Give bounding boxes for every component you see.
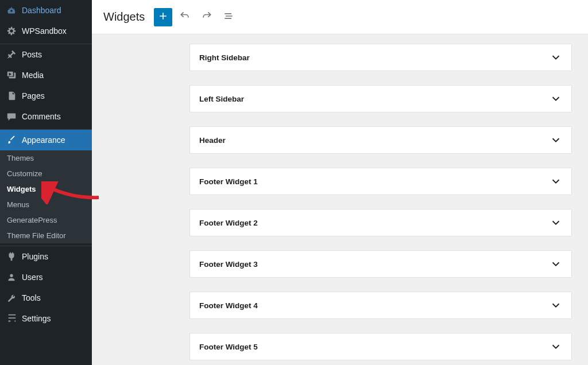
widget-area-title: Footer Widget 2 (199, 219, 258, 227)
sidebar-item-dashboard[interactable]: Dashboard (0, 0, 92, 21)
sidebar-item-label: Appearance (22, 135, 86, 145)
sidebar-item-label: Comments (22, 112, 86, 121)
sidebar-item-pages[interactable]: Pages (0, 86, 92, 106)
pages-icon (6, 90, 17, 102)
widget-area-title: Right Sidebar (199, 53, 250, 62)
settings-icon (6, 313, 17, 324)
submenu-item-menus[interactable]: Menus (0, 197, 92, 212)
widget-area-left-sidebar[interactable]: Left Sidebar (189, 85, 572, 112)
chevron-down-icon (550, 134, 562, 146)
add-block-button[interactable] (154, 8, 172, 26)
widget-area-footer-4[interactable]: Footer Widget 4 (189, 292, 572, 319)
chevron-down-icon (550, 92, 562, 105)
submenu-item-widgets[interactable]: Widgets (0, 181, 92, 197)
widget-area-title: Header (199, 136, 226, 145)
widget-area-title: Footer Widget 4 (199, 301, 258, 310)
chevron-down-icon (550, 216, 562, 229)
content-area: Widgets Right Sidebar (92, 0, 588, 365)
redo-icon (201, 10, 212, 24)
sidebar-item-label: Tools (22, 293, 86, 302)
page-title: Widgets (103, 10, 145, 24)
media-icon (6, 69, 17, 81)
widget-area-title: Left Sidebar (199, 95, 244, 103)
sidebar-item-appearance[interactable]: Appearance (0, 130, 92, 150)
sidebar-item-label: WPSandbox (22, 26, 86, 36)
users-icon (6, 271, 17, 283)
pin-icon (6, 49, 17, 60)
widget-area-right-sidebar[interactable]: Right Sidebar (189, 44, 572, 71)
chevron-down-icon (550, 175, 562, 188)
dashboard-icon (6, 5, 17, 16)
widget-area-footer-3[interactable]: Footer Widget 3 (189, 250, 572, 278)
undo-button[interactable] (176, 8, 194, 26)
sidebar-item-label: Dashboard (22, 6, 86, 15)
submenu-item-customize[interactable]: Customize (0, 166, 92, 181)
gear-icon (6, 25, 17, 37)
widget-areas-list: Right Sidebar Left Sidebar Header Footer… (92, 34, 588, 365)
sidebar-item-label: Users (22, 273, 86, 282)
chevron-down-icon (550, 258, 562, 270)
widget-area-title: Footer Widget 5 (199, 343, 258, 351)
sidebar-item-comments[interactable]: Comments (0, 106, 92, 127)
admin-sidebar: Dashboard WPSandbox Posts Media Pages Co… (0, 0, 92, 365)
chevron-down-icon (550, 51, 562, 64)
sidebar-item-users[interactable]: Users (0, 267, 92, 288)
list-view-icon (223, 10, 234, 24)
brush-icon (6, 134, 17, 146)
sidebar-item-label: Pages (22, 91, 86, 100)
widget-area-title: Footer Widget 3 (199, 260, 258, 269)
sidebar-item-media[interactable]: Media (0, 65, 92, 86)
list-view-button[interactable] (219, 8, 238, 26)
comments-icon (6, 111, 17, 122)
sidebar-item-plugins[interactable]: Plugins (0, 246, 92, 267)
sidebar-item-posts[interactable]: Posts (0, 44, 92, 65)
submenu-item-theme-file-editor[interactable]: Theme File Editor (0, 228, 92, 243)
sidebar-item-wpsandbox[interactable]: WPSandbox (0, 21, 92, 41)
widget-area-footer-5[interactable]: Footer Widget 5 (189, 333, 572, 360)
chevron-down-icon (550, 299, 562, 312)
sidebar-item-settings[interactable]: Settings (0, 308, 92, 329)
redo-button[interactable] (198, 8, 216, 26)
widget-area-footer-1[interactable]: Footer Widget 1 (189, 168, 572, 195)
sidebar-item-label: Media (22, 71, 86, 80)
sidebar-item-label: Settings (22, 314, 86, 323)
chevron-down-icon (550, 340, 562, 353)
widget-area-footer-2[interactable]: Footer Widget 2 (189, 209, 572, 236)
widget-area-title: Footer Widget 1 (199, 177, 258, 186)
undo-icon (179, 10, 191, 24)
editor-topbar: Widgets (92, 0, 588, 34)
sidebar-item-label: Posts (22, 50, 86, 59)
plus-icon (157, 10, 169, 24)
sidebar-item-tools[interactable]: Tools (0, 288, 92, 308)
tools-icon (6, 292, 17, 304)
submenu-item-themes[interactable]: Themes (0, 150, 92, 166)
appearance-submenu: Themes Customize Widgets Menus GenerateP… (0, 150, 92, 243)
widget-area-header[interactable]: Header (189, 126, 572, 154)
plug-icon (6, 251, 17, 262)
sidebar-item-label: Plugins (22, 252, 86, 261)
submenu-item-generatepress[interactable]: GeneratePress (0, 212, 92, 228)
